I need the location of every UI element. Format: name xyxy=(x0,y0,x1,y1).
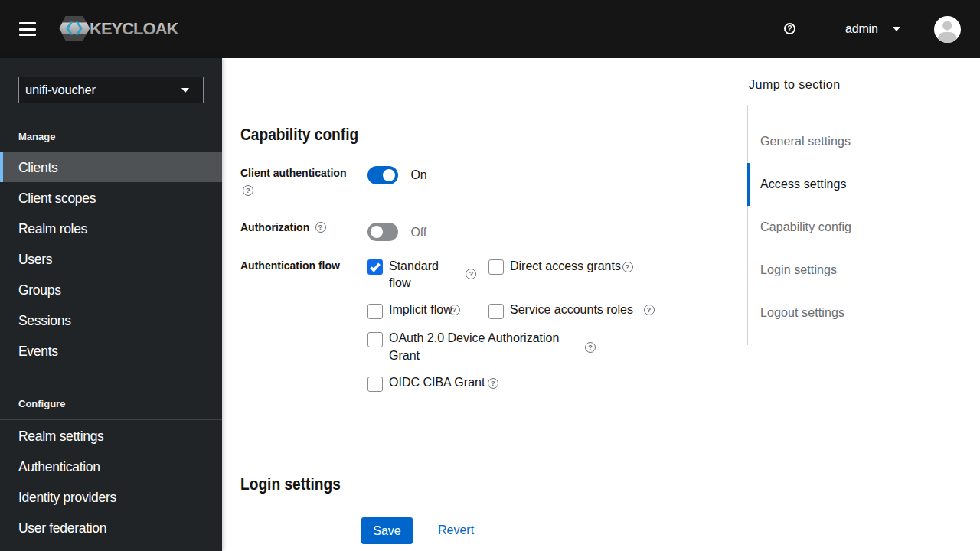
svg-text:KEYCLOAK: KEYCLOAK xyxy=(90,19,179,38)
